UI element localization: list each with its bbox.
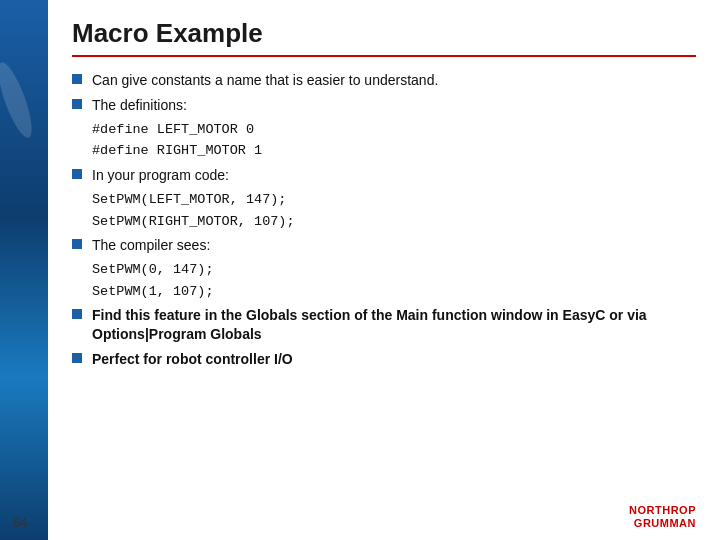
logo-area: NORTHROP GRUMMAN bbox=[629, 504, 696, 530]
bar-shine bbox=[0, 59, 38, 141]
code-line: SetPWM(LEFT_MOTOR, 147); bbox=[92, 190, 696, 210]
bullet-text: Find this feature in the Globals section… bbox=[92, 306, 696, 345]
code-definitions: #define LEFT_MOTOR 0 #define RIGHT_MOTOR… bbox=[92, 120, 696, 162]
list-item: Find this feature in the Globals section… bbox=[72, 306, 696, 345]
list-item: Perfect for robot controller I/O bbox=[72, 350, 696, 370]
northrop-grumman-logo: NORTHROP GRUMMAN bbox=[629, 504, 696, 530]
code-line: #define RIGHT_MOTOR 1 bbox=[92, 141, 696, 161]
code-line: SetPWM(RIGHT_MOTOR, 107); bbox=[92, 212, 696, 232]
list-item: The definitions: bbox=[72, 96, 696, 116]
page-number: 64 bbox=[0, 515, 40, 530]
bullet-icon bbox=[72, 309, 82, 319]
bullet-icon bbox=[72, 169, 82, 179]
bullet-text: In your program code: bbox=[92, 166, 696, 186]
left-decorative-bar bbox=[0, 0, 48, 540]
list-item: Can give constants a name that is easier… bbox=[72, 71, 696, 91]
list-item: The compiler sees: bbox=[72, 236, 696, 256]
list-item: In your program code: bbox=[72, 166, 696, 186]
code-program: SetPWM(LEFT_MOTOR, 147); SetPWM(RIGHT_MO… bbox=[92, 190, 696, 232]
bullet-text: Perfect for robot controller I/O bbox=[92, 350, 696, 370]
code-line: SetPWM(1, 107); bbox=[92, 282, 696, 302]
bullet-icon bbox=[72, 74, 82, 84]
code-line: #define LEFT_MOTOR 0 bbox=[92, 120, 696, 140]
title-underline bbox=[72, 55, 696, 57]
bullet-icon bbox=[72, 99, 82, 109]
bullet-icon bbox=[72, 239, 82, 249]
bullet-text: The definitions: bbox=[92, 96, 696, 116]
code-line: SetPWM(0, 147); bbox=[92, 260, 696, 280]
bullet-icon bbox=[72, 353, 82, 363]
code-compiler: SetPWM(0, 147); SetPWM(1, 107); bbox=[92, 260, 696, 302]
logo-line1: NORTHROP bbox=[629, 504, 696, 517]
bullet-text: Can give constants a name that is easier… bbox=[92, 71, 696, 91]
logo-line2: GRUMMAN bbox=[629, 517, 696, 530]
bullet-text: The compiler sees: bbox=[92, 236, 696, 256]
main-content: Macro Example Can give constants a name … bbox=[48, 0, 720, 540]
page-title: Macro Example bbox=[72, 18, 696, 49]
